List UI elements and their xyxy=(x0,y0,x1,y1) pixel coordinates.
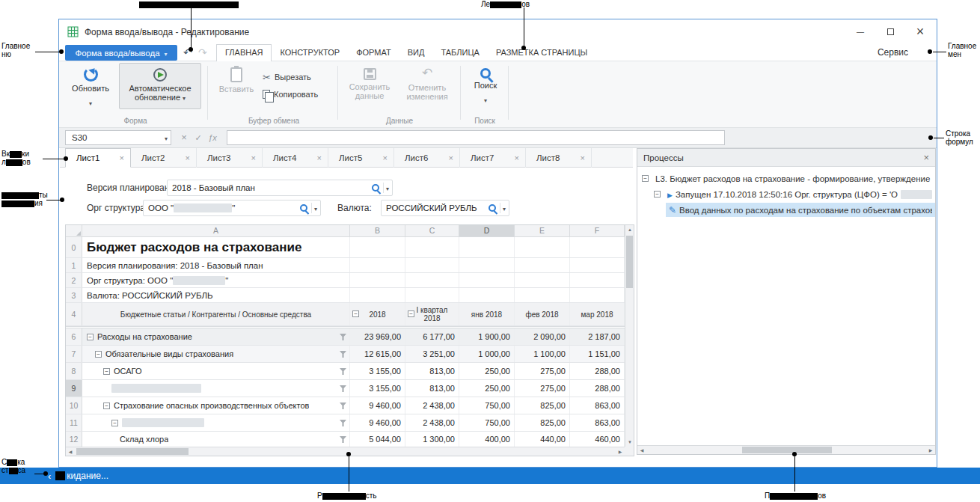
row-header-6[interactable]: 6 xyxy=(66,328,82,345)
search-icon[interactable] xyxy=(300,204,307,212)
filter-icon[interactable] xyxy=(340,420,346,426)
value-cell[interactable]: 460,00 xyxy=(570,432,625,447)
value-cell[interactable]: 750,00 xyxy=(459,414,515,431)
search-button[interactable]: Поиск xyxy=(466,63,505,109)
value-cell[interactable]: 288,00 xyxy=(570,363,625,379)
close-tab-icon[interactable] xyxy=(581,153,585,162)
row-header-0[interactable]: 0 xyxy=(66,237,82,257)
namebox-dropdown-icon[interactable] xyxy=(165,133,168,142)
collapse-icon[interactable] xyxy=(103,402,110,409)
cell[interactable] xyxy=(515,258,570,272)
close-tab-icon[interactable] xyxy=(186,153,190,162)
close-tab-icon[interactable] xyxy=(515,153,519,162)
cell[interactable] xyxy=(350,258,405,272)
header-feb-2018[interactable]: фев 2018 xyxy=(515,303,570,325)
value-cell[interactable]: 5 044,00 xyxy=(350,432,405,447)
close-tab-icon[interactable] xyxy=(449,153,453,162)
filter-icon[interactable] xyxy=(340,351,346,358)
org-structure-field[interactable]: ООО "" xyxy=(143,200,321,216)
copy-button[interactable]: Копировать xyxy=(263,88,318,101)
header-mar-2018[interactable]: мар 2018 xyxy=(570,303,625,325)
scroll-up-icon[interactable] xyxy=(625,225,634,234)
cell[interactable] xyxy=(350,273,405,287)
auto-refresh-button[interactable]: Автоматическое обновление xyxy=(119,63,201,109)
value-cell[interactable]: 1 900,00 xyxy=(459,328,515,345)
vertical-scrollbar[interactable] xyxy=(625,225,634,447)
row-header-1[interactable]: 1 xyxy=(66,258,82,272)
auto-refresh-dropdown-icon[interactable] xyxy=(183,93,186,102)
filter-icon[interactable] xyxy=(340,368,346,375)
ribbon-tab-РАЗМЕТКА СТРАНИЦЫ[interactable]: РАЗМЕТКА СТРАНИЦЫ xyxy=(488,44,595,61)
ribbon-tab-ГЛАВНАЯ[interactable]: ГЛАВНАЯ xyxy=(216,44,272,61)
column-header-E[interactable]: E xyxy=(515,225,570,237)
value-cell[interactable]: 3 155,00 xyxy=(350,380,405,397)
value-cell[interactable]: 2 438,00 xyxy=(405,414,459,431)
value-cell[interactable]: 3 251,00 xyxy=(405,346,459,362)
row-header-7[interactable]: 7 xyxy=(66,346,82,362)
confirm-entry-icon[interactable] xyxy=(192,130,205,145)
value-cell[interactable]: 813,00 xyxy=(405,363,459,379)
value-cell[interactable]: 1 100,00 xyxy=(515,346,570,362)
value-cell[interactable]: 440,00 xyxy=(515,432,570,447)
search-icon[interactable] xyxy=(489,204,496,212)
sheet-tab-Лист1[interactable]: Лист1 xyxy=(65,148,131,168)
cell[interactable] xyxy=(570,288,625,302)
collapse-icon[interactable] xyxy=(103,368,110,375)
row-header-2[interactable]: 2 xyxy=(66,273,82,287)
scroll-left-icon[interactable] xyxy=(66,447,75,456)
value-cell[interactable]: 825,00 xyxy=(515,414,570,431)
scrollbar-thumb[interactable] xyxy=(626,236,633,288)
cell[interactable] xyxy=(459,258,515,272)
maximize-button[interactable] xyxy=(875,19,905,44)
row-header-11[interactable]: 11 xyxy=(66,414,82,431)
value-cell[interactable]: 863,00 xyxy=(570,397,625,414)
cell[interactable] xyxy=(405,258,459,272)
header-budget-items[interactable]: Бюджетные статьи / Контрагенты / Основны… xyxy=(82,303,350,325)
value-cell[interactable]: 12 615,00 xyxy=(350,346,405,362)
currency-field[interactable]: РОССИЙСКИЙ РУБЛЬ xyxy=(381,200,509,216)
value-cell[interactable]: 275,00 xyxy=(515,363,570,379)
cell[interactable] xyxy=(350,288,405,302)
cell[interactable] xyxy=(515,237,570,257)
process-horizontal-scrollbar[interactable] xyxy=(637,445,935,454)
horizontal-scrollbar[interactable] xyxy=(66,447,625,456)
cell[interactable] xyxy=(459,288,515,302)
scroll-down-icon[interactable] xyxy=(625,438,634,447)
value-cell[interactable]: 250,00 xyxy=(459,363,515,379)
cell[interactable] xyxy=(350,237,405,257)
close-tab-icon[interactable] xyxy=(251,153,256,162)
sheet-tab-Лист6[interactable]: Лист6 xyxy=(394,148,460,168)
value-cell[interactable]: 750,00 xyxy=(459,397,515,414)
cell[interactable] xyxy=(459,273,515,287)
value-cell[interactable]: 9 460,00 xyxy=(350,414,405,431)
value-cell[interactable]: 2 090,00 xyxy=(515,328,570,345)
column-header-D[interactable]: D xyxy=(459,225,515,237)
value-cell[interactable]: 2 187,00 xyxy=(570,328,625,345)
sheet-tab-Лист2[interactable]: Лист2 xyxy=(131,148,197,168)
ribbon-tab-ВИД[interactable]: ВИД xyxy=(399,44,433,61)
cell[interactable] xyxy=(515,288,570,302)
filter-icon[interactable] xyxy=(340,385,346,392)
filter-icon[interactable] xyxy=(340,436,346,443)
chevron-left-icon[interactable]: ‹ xyxy=(48,471,51,482)
column-header-B[interactable]: B xyxy=(350,225,405,237)
value-cell[interactable]: 275,00 xyxy=(515,380,570,397)
dropdown-icon[interactable] xyxy=(314,203,317,212)
cut-button[interactable]: Вырезать xyxy=(263,70,311,84)
value-cell[interactable]: 813,00 xyxy=(405,380,459,397)
row-header-10[interactable]: 10 xyxy=(66,397,82,414)
ribbon-tab-ФОРМАТ[interactable]: ФОРМАТ xyxy=(348,44,399,61)
org-info-cell[interactable]: Орг структура: ООО "" xyxy=(82,273,350,287)
grid-corner[interactable] xyxy=(66,225,82,237)
value-cell[interactable]: 250,00 xyxy=(459,380,515,397)
row-header-12[interactable]: 12 xyxy=(66,432,82,447)
main-menu-button[interactable]: Форма ввода/вывода xyxy=(65,45,177,61)
process-item[interactable]: L3. Бюджет расходов на страхование - фор… xyxy=(637,171,935,186)
scroll-right-icon[interactable] xyxy=(616,447,625,456)
cell[interactable] xyxy=(405,288,459,302)
budget-item-cell[interactable] xyxy=(82,414,350,431)
ribbon-tab-КОНСТРУКТОР[interactable]: КОНСТРУКТОР xyxy=(272,44,348,61)
row-header-9[interactable]: 9 xyxy=(66,380,82,397)
filter-icon[interactable] xyxy=(340,402,346,409)
sheet-tab-Лист4[interactable]: Лист4 xyxy=(263,148,328,168)
